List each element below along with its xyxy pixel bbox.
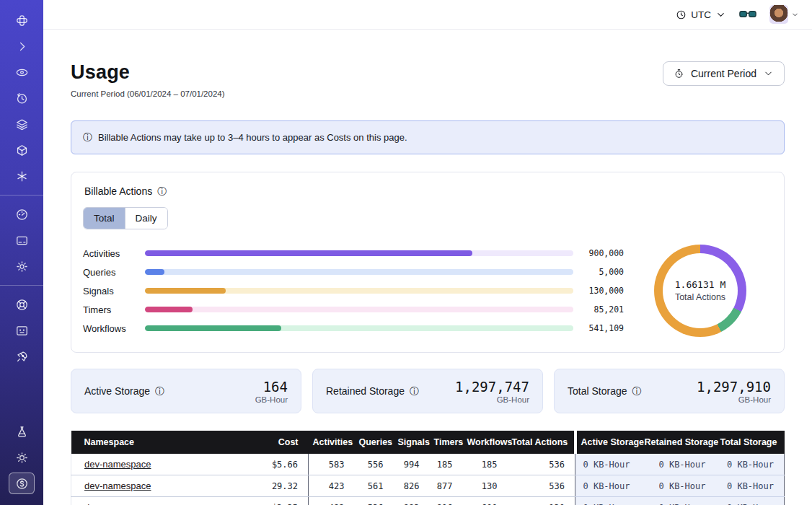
column-header-retained-storage: Retained Storage — [640, 431, 716, 454]
column-header-cost: Cost — [250, 431, 309, 454]
collapse-chevron-icon[interactable] — [9, 35, 35, 57]
timezone-label: UTC — [691, 9, 711, 20]
total-daily-tabs: Total Daily — [83, 207, 168, 229]
info-icon[interactable]: ⓘ — [410, 387, 419, 396]
tab-daily[interactable]: Daily — [125, 208, 167, 229]
active-storage-card: Active Storageⓘ 164GB-Hour — [71, 369, 301, 413]
total-storage-value: 1,297,910 — [697, 379, 771, 395]
storage-summary-row: Active Storageⓘ 164GB-Hour Retained Stor… — [71, 369, 785, 413]
retained-storage-label: Retained Storage — [326, 385, 405, 397]
cell-retained-storage: 0 KB-Hour — [640, 497, 716, 505]
column-header-total-storage: Total Storage — [716, 431, 785, 454]
stopwatch-icon — [674, 68, 684, 79]
info-banner: ⓘ Billable Actions may take up to 3–4 ho… — [71, 120, 785, 154]
donut-total-value: 1.66131 M — [675, 279, 725, 290]
namespace-link[interactable]: dev-namespace — [84, 459, 151, 470]
cell-timers: 877 — [430, 475, 463, 497]
payments-card-icon[interactable] — [9, 229, 35, 251]
billing-dollar-icon[interactable] — [9, 473, 35, 494]
column-header-signals: Signals — [394, 431, 430, 454]
labs-flask-icon[interactable] — [9, 421, 35, 442]
app-root: UTC Usage Current Period (06/01/2024 – 0… — [0, 0, 812, 505]
clock-icon — [676, 9, 687, 20]
namespaces-icon[interactable] — [9, 61, 35, 83]
bar-value: 5,000 — [583, 267, 624, 277]
schedules-icon[interactable] — [9, 87, 35, 109]
cell-cost: $3.35 — [250, 497, 309, 505]
timezone-selector[interactable]: UTC — [676, 9, 726, 20]
bar-label: Signals — [83, 286, 135, 297]
column-header-activities: Activities — [309, 431, 355, 454]
cell-signals: 883 — [394, 497, 430, 505]
cell-activities: 423 — [309, 475, 355, 497]
support-lifebuoy-icon[interactable] — [9, 294, 35, 315]
info-icon: ⓘ — [83, 133, 92, 142]
cell-cost: $5.66 — [250, 454, 309, 475]
cell-queries: 536 — [355, 497, 394, 505]
bar-row: Queries5,000 — [83, 263, 624, 281]
console-icon[interactable] — [9, 320, 35, 341]
cell-total-storage: 0 KB-Hour — [716, 454, 785, 475]
user-avatar — [769, 5, 788, 24]
table-row: dev-namespace$5.665835569941851855360 KB… — [71, 454, 785, 475]
bar-fill — [145, 325, 281, 331]
info-icon[interactable]: ⓘ — [157, 187, 167, 196]
getting-started-rocket-icon[interactable] — [9, 346, 35, 367]
period-dropdown-button[interactable]: Current Period — [663, 61, 785, 86]
column-header-namespace: Namespace — [71, 431, 250, 454]
cell-queries: 561 — [355, 475, 394, 497]
cell-namespace: dev-namespace — [71, 497, 250, 505]
period-dropdown-label: Current Period — [691, 68, 756, 79]
cell-active-storage: 0 KB-Hour — [575, 497, 640, 505]
settings-gear-icon[interactable] — [9, 255, 35, 277]
cell-total-actions: 536 — [508, 475, 575, 497]
column-header-active-storage: Active Storage — [575, 431, 640, 454]
cell-workflows: 185 — [463, 454, 508, 475]
namespace-link[interactable]: dev-namespace — [84, 502, 151, 505]
donut-total-label: Total Actions — [675, 292, 725, 302]
usage-gauge-icon[interactable] — [9, 203, 35, 225]
cell-cost: 29.32 — [250, 475, 309, 497]
bar-fill — [145, 269, 164, 275]
temporal-logo-icon[interactable] — [9, 9, 35, 31]
bar-track — [145, 250, 573, 256]
bar-label: Queries — [83, 267, 135, 278]
cell-active-storage: 0 KB-Hour — [575, 475, 640, 497]
chevron-down-icon — [791, 11, 799, 19]
total-actions-donut: 1.66131 M Total Actions — [654, 245, 746, 337]
bar-value: 541,109 — [583, 323, 624, 333]
deployments-cube-icon[interactable] — [9, 139, 35, 161]
cell-activities: 583 — [309, 454, 355, 475]
total-storage-label: Total Storage — [568, 385, 627, 397]
donut-chart-area: 1.66131 M Total Actions — [628, 244, 772, 338]
bar-fill — [145, 307, 193, 312]
cell-total-storage: 0 KB-Hour — [716, 475, 785, 497]
bar-row: Signals130,000 — [83, 281, 624, 300]
sidebar — [0, 0, 43, 505]
layers-icon[interactable] — [9, 113, 35, 135]
bar-fill — [145, 288, 226, 294]
cell-activities: 492 — [309, 497, 355, 505]
retained-storage-card: Retained Storageⓘ 1,297,747GB-Hour — [312, 369, 543, 413]
info-icon[interactable]: ⓘ — [155, 387, 164, 396]
cell-signals: 994 — [394, 454, 430, 475]
namespace-link[interactable]: dev-namespace — [84, 480, 151, 491]
cell-timers: 816 — [430, 497, 463, 505]
tab-total[interactable]: Total — [84, 208, 125, 229]
cell-queries: 556 — [355, 454, 394, 475]
glasses-icon[interactable] — [739, 8, 756, 21]
column-header-queries: Queries — [355, 431, 394, 454]
bar-label: Timers — [83, 304, 135, 315]
column-header-total-actions: Total Actions — [508, 431, 575, 454]
theme-sun-icon[interactable] — [9, 447, 35, 468]
info-icon[interactable]: ⓘ — [632, 387, 642, 396]
cell-workflows: 600 — [463, 497, 508, 505]
page-title: Usage — [71, 61, 225, 84]
active-storage-label: Active Storage — [84, 385, 150, 397]
bar-track — [145, 325, 573, 331]
nexus-asterisk-icon[interactable] — [9, 165, 35, 187]
account-menu[interactable] — [769, 5, 799, 24]
table-row: dev-namespace29.324235618268771305360 KB… — [71, 475, 785, 497]
namespace-usage-table: NamespaceCostActivitiesQueriesSignalsTim… — [71, 431, 785, 505]
active-storage-unit: GB-Hour — [255, 395, 288, 404]
